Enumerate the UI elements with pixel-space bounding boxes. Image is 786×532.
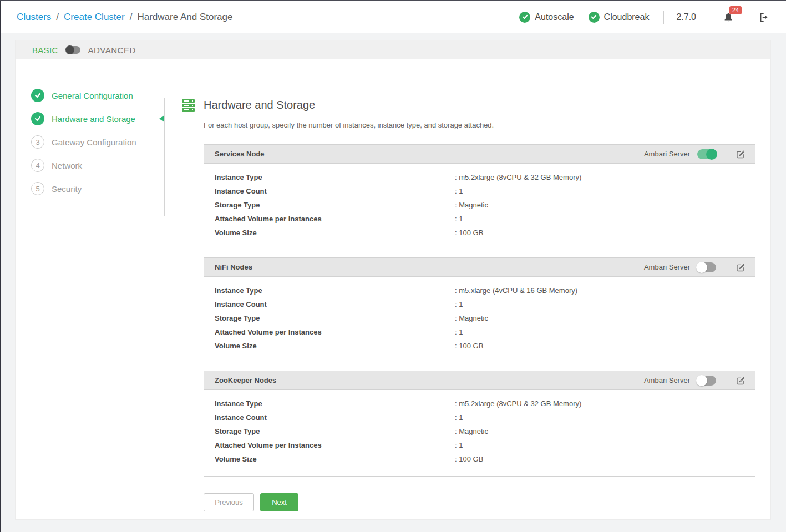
field-label: Volume Size xyxy=(215,455,455,463)
field-value: : 1 xyxy=(455,215,463,223)
logout-icon xyxy=(758,12,769,23)
field-storage-type: Storage Type : Magnetic xyxy=(204,427,755,435)
window-left-edge xyxy=(0,1,1,532)
autoscale-check-icon xyxy=(519,12,530,23)
page-title: Hardware and Storage xyxy=(204,99,315,112)
ambari-server-label: Ambari Server xyxy=(644,376,690,384)
breadcrumb-create-cluster-link[interactable]: Create Cluster xyxy=(64,12,125,23)
breadcrumb-separator: / xyxy=(130,12,133,23)
header-divider xyxy=(663,11,664,24)
field-label: Instance Count xyxy=(215,300,455,308)
toggle-knob xyxy=(65,45,74,54)
field-label: Storage Type xyxy=(215,201,455,209)
cloudbreak-status[interactable]: Cloudbreak xyxy=(589,12,650,23)
field-label: Instance Count xyxy=(215,187,455,195)
step-security[interactable]: 5 Security xyxy=(16,177,182,200)
autoscale-label: Autoscale xyxy=(535,12,574,22)
edit-host-group-button[interactable] xyxy=(726,371,755,389)
card-body: Instance Type : m5.2xlarge (8vCPU & 32 G… xyxy=(204,164,755,250)
field-value: : Magnetic xyxy=(455,201,488,209)
ambari-server-toggle[interactable] xyxy=(697,262,716,272)
card-header: Services Node Ambari Server xyxy=(204,144,755,164)
edit-icon xyxy=(736,150,745,159)
ambari-server-label: Ambari Server xyxy=(644,150,690,158)
toggle-knob xyxy=(696,262,707,273)
field-label: Volume Size xyxy=(215,342,455,350)
step-hardware-and-storage[interactable]: Hardware and Storage xyxy=(16,107,182,130)
field-label: Instance Type xyxy=(215,286,455,295)
edit-icon xyxy=(736,263,745,272)
field-instance-type: Instance Type : m5.2xlarge (8vCPU & 32 G… xyxy=(204,173,755,181)
step-label: General Configuration xyxy=(52,91,133,100)
field-value: : 1 xyxy=(455,413,463,422)
field-label: Attached Volume per Instances xyxy=(215,441,455,449)
basic-advanced-toggle[interactable] xyxy=(66,46,80,54)
field-value: : Magnetic xyxy=(455,314,488,322)
field-value: : 1 xyxy=(455,441,463,449)
field-label: Storage Type xyxy=(215,427,455,435)
field-instance-count: Instance Count : 1 xyxy=(204,187,755,195)
field-instance-type: Instance Type : m5.2xlarge (8vCPU & 32 G… xyxy=(204,399,755,408)
step-label: Hardware and Storage xyxy=(52,114,135,124)
host-group-card-zookeeper-nodes: ZooKeeper Nodes Ambari Server xyxy=(204,371,755,477)
notification-count-badge: 24 xyxy=(729,6,742,14)
field-value: : 1 xyxy=(455,328,463,336)
edit-icon xyxy=(736,376,745,385)
field-value: : 1 xyxy=(455,300,463,308)
field-value: : m5.2xlarge (8vCPU & 32 GB Memory) xyxy=(455,173,581,181)
host-group-name: Services Node xyxy=(215,150,265,158)
cloudbreak-check-icon xyxy=(589,12,600,23)
field-instance-count: Instance Count : 1 xyxy=(204,413,755,422)
host-group-card-nifi-nodes: NiFi Nodes Ambari Server xyxy=(204,257,755,363)
field-storage-type: Storage Type : Magnetic xyxy=(204,201,755,209)
field-value: : 100 GB xyxy=(455,342,483,350)
host-group-name: ZooKeeper Nodes xyxy=(215,376,276,384)
server-stack-icon xyxy=(182,99,195,112)
step-label: Gateway Configuration xyxy=(52,138,136,147)
breadcrumb-current-page: Hardware And Storage xyxy=(137,12,232,23)
edit-host-group-button[interactable] xyxy=(726,145,755,163)
step-network[interactable]: 4 Network xyxy=(16,154,182,177)
version-label: 2.7.0 xyxy=(676,12,696,22)
autoscale-status[interactable]: Autoscale xyxy=(519,12,574,23)
step-number-badge: 3 xyxy=(31,135,44,149)
cloudbreak-label: Cloudbreak xyxy=(604,12,650,22)
header-right: Autoscale Cloudbreak 2.7.0 24 xyxy=(505,11,769,24)
ambari-server-toggle[interactable] xyxy=(697,376,716,386)
step-number-badge: 5 xyxy=(31,182,44,195)
notifications-button[interactable]: 24 xyxy=(723,12,734,23)
field-instance-type: Instance Type : m5.xlarge (4vCPU & 16 GB… xyxy=(204,286,755,295)
step-complete-check-icon xyxy=(31,89,44,102)
step-number-badge: 4 xyxy=(31,159,44,172)
logout-button[interactable] xyxy=(758,12,769,23)
field-value: : Magnetic xyxy=(455,427,488,435)
top-header: Clusters / Create Cluster / Hardware And… xyxy=(0,1,786,33)
wizard-steps-sidebar: General Configuration Hardware and Stora… xyxy=(16,59,182,511)
toggle-knob xyxy=(706,149,717,160)
ambari-server-toggle[interactable] xyxy=(697,149,716,159)
current-step-marker xyxy=(159,115,164,122)
field-label: Instance Type xyxy=(215,173,455,181)
edit-host-group-button[interactable] xyxy=(726,258,755,276)
next-button[interactable]: Next xyxy=(260,493,298,511)
step-general-configuration[interactable]: General Configuration xyxy=(16,84,182,107)
field-value: : 100 GB xyxy=(455,229,483,237)
field-volume-size: Volume Size : 100 GB xyxy=(204,342,755,350)
field-label: Attached Volume per Instances xyxy=(215,328,455,336)
mode-bar: BASIC ADVANCED xyxy=(16,40,770,59)
previous-button[interactable]: Previous xyxy=(204,493,254,511)
host-group-name: NiFi Nodes xyxy=(215,263,252,271)
field-value: : m5.2xlarge (8vCPU & 32 GB Memory) xyxy=(455,399,581,408)
field-volume-size: Volume Size : 100 GB xyxy=(204,229,755,237)
step-label: Network xyxy=(52,161,82,170)
breadcrumb-clusters-link[interactable]: Clusters xyxy=(17,12,51,23)
field-volume-size: Volume Size : 100 GB xyxy=(204,455,755,463)
step-gateway-configuration[interactable]: 3 Gateway Configuration xyxy=(16,130,182,154)
ambari-server-label: Ambari Server xyxy=(644,263,690,271)
step-label: Security xyxy=(52,184,82,194)
field-attached-volume: Attached Volume per Instances : 1 xyxy=(204,328,755,336)
field-label: Attached Volume per Instances xyxy=(215,215,455,223)
advanced-mode-label: ADVANCED xyxy=(88,45,136,55)
field-label: Instance Count xyxy=(215,413,455,422)
field-value: : m5.xlarge (4vCPU & 16 GB Memory) xyxy=(455,286,577,295)
